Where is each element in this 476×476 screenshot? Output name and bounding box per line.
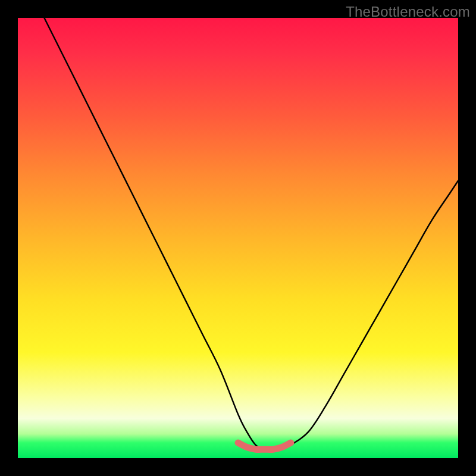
bottleneck-curve-line xyxy=(44,18,458,450)
curve-svg xyxy=(18,18,458,458)
ideal-band-line xyxy=(238,443,291,449)
gradient-plot-area xyxy=(18,18,458,458)
chart-frame: TheBottleneck.com xyxy=(0,0,476,476)
